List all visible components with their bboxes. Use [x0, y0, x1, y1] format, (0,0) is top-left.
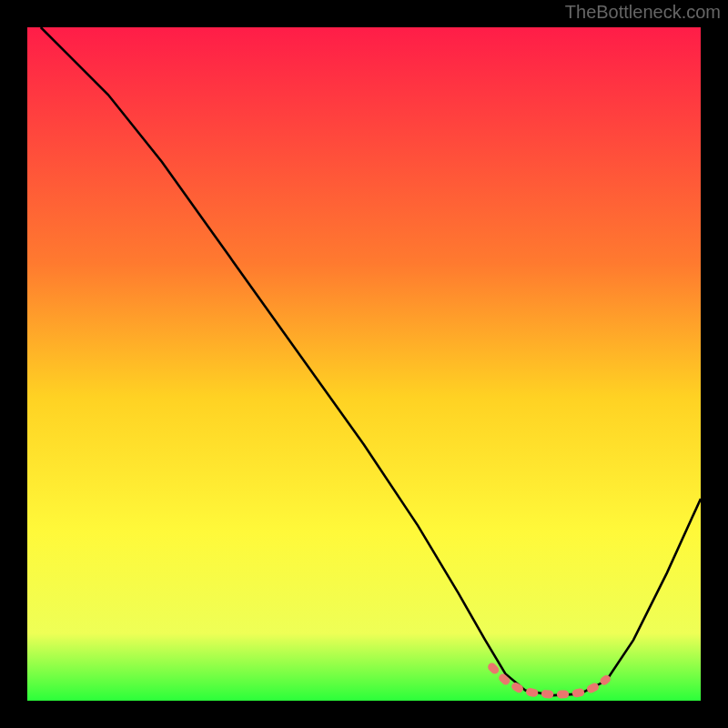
gradient-rect	[27, 27, 701, 701]
watermark-text: TheBottleneck.com	[565, 2, 721, 23]
chart-frame: TheBottleneck.com	[0, 0, 728, 728]
chart-svg	[27, 27, 701, 701]
plot-area	[27, 27, 701, 701]
